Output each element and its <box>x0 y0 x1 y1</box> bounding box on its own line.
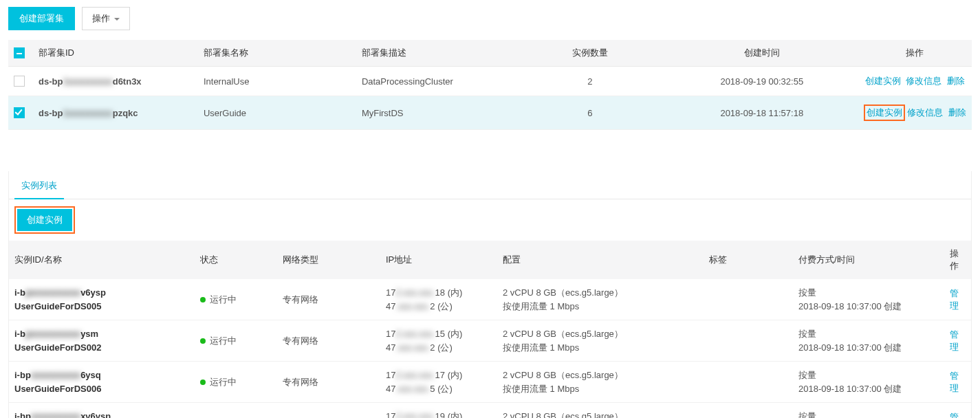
table-row: i-bpxxxxxxxxxxxv6ysnUserGuideForDS003运行中… <box>9 403 971 419</box>
inst-config-cell: 2 vCPU 8 GB（ecs.g5.large）按使用流量 1 Mbps <box>497 403 704 419</box>
instance-table: 实例ID/名称 状态 网络类型 IP地址 配置 标签 付费方式/时间 操作 i-… <box>9 241 971 418</box>
ds-count-cell: 6 <box>514 96 666 130</box>
inst-nettype-cell: 专有网络 <box>277 320 380 362</box>
manage-link[interactable]: 管理 <box>950 371 959 393</box>
create-instance-link[interactable]: 创建实例 <box>867 107 902 118</box>
ds-createtime-cell: 2018-09-18 11:57:18 <box>666 96 858 130</box>
ds-name-cell: InternalUse <box>198 67 356 96</box>
col-inst-tags: 标签 <box>704 241 793 279</box>
inst-tags-cell <box>704 362 793 403</box>
inst-ops-cell: 管理 <box>944 362 971 403</box>
inst-paytime-cell: 按量2018-09-18 10:37:00 创建 <box>793 279 944 320</box>
status-dot-icon <box>200 338 206 344</box>
inst-status-cell: 运行中 <box>195 320 277 362</box>
inst-ops-cell: 管理 <box>944 279 971 320</box>
inst-status-cell: 运行中 <box>195 362 277 403</box>
inst-nettype-cell: 专有网络 <box>277 362 380 403</box>
ds-desc-cell: DataProcessingCluster <box>356 67 514 96</box>
instance-panel: 实例列表 创建实例 实例ID/名称 状态 网络类型 IP地址 配置 标签 付费方… <box>8 171 972 418</box>
actions-label: 操作 <box>92 12 110 25</box>
inst-config-cell: 2 vCPU 8 GB（ecs.g5.large）按使用流量 1 Mbps <box>497 279 704 320</box>
inst-paytime-cell: 按量2018-09-18 10:37:00 创建 <box>793 320 944 362</box>
delete-link[interactable]: 删除 <box>947 76 965 86</box>
table-row: ds-bp1xxxxxxxxxpzqkc UserGuide MyFirstDS… <box>8 96 972 130</box>
inst-ip-cell: 172.xxx.xxx.17 (内)47.xxx.xxx.5 (公) <box>380 362 497 403</box>
create-instance-button[interactable]: 创建实例 <box>17 209 72 231</box>
inst-idname-cell: i-bpxxxxxxxxxxysmUserGuideForDS002 <box>9 320 195 362</box>
status-dot-icon <box>200 380 206 385</box>
ds-id-cell: ds-bp1xxxxxxxxxd6tn3x <box>33 67 198 96</box>
col-ds-name: 部署集名称 <box>198 40 356 67</box>
chevron-down-icon <box>114 14 120 24</box>
ds-createtime-cell: 2018-09-19 00:32:55 <box>666 67 858 96</box>
inst-ip-cell: 172.xxx.xxx.15 (内)47.xxx.xxx.2 (公) <box>380 320 497 362</box>
col-inst-config: 配置 <box>497 241 704 279</box>
table-row: i-bpxxxxxxxxxxysmUserGuideForDS002运行中专有网… <box>9 320 971 362</box>
instance-toolbar: 创建实例 <box>9 199 971 241</box>
inst-ip-cell: 172.xxx.xxx.18 (内)47.xxx.xxx.2 (公) <box>380 279 497 320</box>
ds-ops-cell: 创建实例 修改信息 删除 <box>858 67 972 96</box>
inst-idname-cell: i-bpxxxxxxxxxx6ysqUserGuideForDS006 <box>9 362 195 403</box>
col-ds-desc: 部署集描述 <box>356 40 514 67</box>
inst-ops-cell: 管理 <box>944 320 971 362</box>
inst-config-cell: 2 vCPU 8 GB（ecs.g5.large）按使用流量 1 Mbps <box>497 362 704 403</box>
status-dot-icon <box>200 297 206 302</box>
inst-idname-cell: i-bpxxxxxxxxxxxv6ysnUserGuideForDS003 <box>9 403 195 419</box>
tab-instance-list[interactable]: 实例列表 <box>14 171 64 199</box>
inst-tags-cell <box>704 279 793 320</box>
highlight-box: 创建实例 <box>14 206 75 234</box>
col-inst-nettype: 网络类型 <box>277 241 380 279</box>
row-checkbox[interactable] <box>14 107 25 118</box>
modify-info-link[interactable]: 修改信息 <box>906 76 941 86</box>
highlight-box: 创建实例 <box>864 104 905 121</box>
inst-status-cell: 运行中 <box>195 403 277 419</box>
manage-link[interactable]: 管理 <box>950 412 959 419</box>
inst-ip-cell: 172.xxx.xxx.19 (内)12x.xxx.xxx.51 (公) <box>380 403 497 419</box>
select-all-checkbox[interactable] <box>14 47 25 58</box>
row-checkbox[interactable] <box>14 76 25 87</box>
ds-id-cell: ds-bp1xxxxxxxxxpzqkc <box>33 96 198 130</box>
inst-nettype-cell: 专有网络 <box>277 279 380 320</box>
col-inst-status: 状态 <box>195 241 277 279</box>
manage-link[interactable]: 管理 <box>950 288 959 311</box>
modify-info-link[interactable]: 修改信息 <box>907 107 943 118</box>
table-row: i-bpxxxxxxxxxx6ysqUserGuideForDS006运行中专有… <box>9 362 971 403</box>
delete-link[interactable]: 删除 <box>948 107 966 118</box>
top-toolbar: 创建部署集 操作 <box>8 7 972 30</box>
tabs: 实例列表 <box>9 171 971 199</box>
col-ds-createtime: 创建时间 <box>666 40 858 67</box>
actions-dropdown[interactable]: 操作 <box>82 7 130 30</box>
col-ds-count: 实例数量 <box>514 40 666 67</box>
ds-name-cell: UserGuide <box>198 96 356 130</box>
col-ds-ops: 操作 <box>858 40 972 67</box>
create-instance-link[interactable]: 创建实例 <box>865 76 901 86</box>
table-row: ds-bp1xxxxxxxxxd6tn3x InternalUse DataPr… <box>8 67 972 96</box>
inst-tags-cell <box>704 403 793 419</box>
inst-nettype-cell: 专有网络 <box>277 403 380 419</box>
inst-paytime-cell: 按量2018-09-18 10:37:00 创建 <box>793 403 944 419</box>
inst-config-cell: 2 vCPU 8 GB（ecs.g5.large）按使用流量 1 Mbps <box>497 320 704 362</box>
inst-idname-cell: i-bpxxxxxxxxxxv6yspUserGuideForDS005 <box>9 279 195 320</box>
col-inst-idname: 实例ID/名称 <box>9 241 195 279</box>
manage-link[interactable]: 管理 <box>950 329 959 352</box>
deployment-set-table: 部署集ID 部署集名称 部署集描述 实例数量 创建时间 操作 ds-bp1xxx… <box>8 40 972 130</box>
ds-ops-cell: 创建实例 修改信息 删除 <box>858 96 972 130</box>
inst-tags-cell <box>704 320 793 362</box>
col-ds-id: 部署集ID <box>33 40 198 67</box>
col-inst-paytime: 付费方式/时间 <box>793 241 944 279</box>
col-inst-ip: IP地址 <box>380 241 497 279</box>
inst-ops-cell: 管理 <box>944 403 971 419</box>
ds-count-cell: 2 <box>514 67 666 96</box>
col-inst-ops: 操作 <box>944 241 971 279</box>
ds-desc-cell: MyFirstDS <box>356 96 514 130</box>
inst-paytime-cell: 按量2018-09-18 10:37:00 创建 <box>793 362 944 403</box>
inst-status-cell: 运行中 <box>195 279 277 320</box>
table-row: i-bpxxxxxxxxxxv6yspUserGuideForDS005运行中专… <box>9 279 971 320</box>
create-deployment-set-button[interactable]: 创建部署集 <box>8 7 75 30</box>
